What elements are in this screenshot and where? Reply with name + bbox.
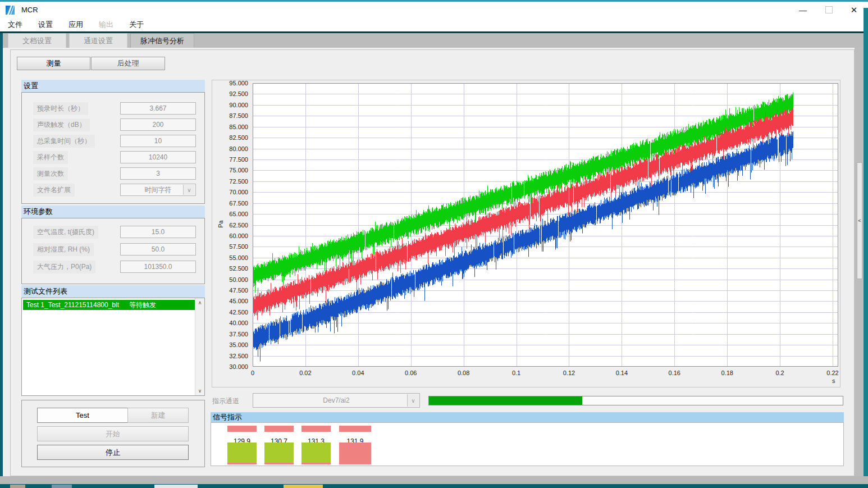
signal-top-bar — [227, 426, 257, 432]
y-tick-label: 75.000 — [216, 167, 248, 174]
tab-脉冲信号分析[interactable]: 脉冲信号分析 — [130, 33, 194, 48]
y-tick-label: 65.000 — [216, 211, 248, 217]
field-row: 采样个数 — [33, 151, 68, 163]
desktop-right-edge — [864, 8, 868, 484]
field-row: 相对湿度, RH (%) — [33, 243, 94, 256]
field-label: 采样个数 — [33, 151, 68, 164]
y-tick-label: 87.500 — [216, 112, 248, 119]
y-tick-label: 77.500 — [216, 156, 248, 163]
y-tick-label: 95.000 — [216, 80, 248, 86]
indicator-channel-label: 指示通道 — [212, 396, 239, 406]
menu-item-设置[interactable]: 设置 — [30, 18, 61, 31]
progress-fill — [429, 396, 582, 405]
signal-level-block-green — [227, 443, 257, 464]
file-list-scrollbar[interactable]: ∧ ∨ — [195, 298, 204, 395]
field-row: 预录时长（秒） — [33, 102, 88, 115]
taskbar-icon — [284, 485, 323, 488]
tab-通道设置[interactable]: 通道设置 — [69, 33, 127, 48]
field-input-1[interactable]: 3.667 — [120, 102, 196, 115]
new-button[interactable]: 新建 — [127, 408, 189, 423]
scroll-up-icon[interactable]: ∧ — [195, 298, 204, 307]
signal-level-block-green — [301, 443, 331, 464]
field-input-3[interactable]: 101350.0 — [120, 261, 196, 273]
field-label: 相对湿度, RH (%) — [33, 243, 94, 256]
field-label: 大气压力，P0(Pa) — [33, 261, 95, 273]
x-tick-label: 0.18 — [721, 370, 733, 376]
field-input-6[interactable]: 时间字符∨ — [120, 184, 196, 196]
maximize-button[interactable] — [817, 2, 840, 18]
test-name-field[interactable]: Test — [37, 408, 128, 423]
chevron-down-icon: ∨ — [407, 394, 419, 407]
x-tick-label: 0.04 — [352, 370, 364, 376]
y-tick-label: 35.000 — [216, 341, 248, 348]
tab-post-process[interactable]: 后处理 — [91, 57, 165, 70]
y-tick-label: 32.500 — [216, 353, 248, 359]
minimize-button[interactable]: — — [792, 2, 814, 18]
collapse-panel-handle[interactable]: < — [857, 162, 862, 279]
y-tick-label: 40.000 — [216, 320, 248, 326]
y-tick-label: 50.000 — [216, 276, 248, 283]
field-input-4[interactable]: 10240 — [120, 151, 196, 163]
y-tick-label: 42.500 — [216, 309, 248, 316]
menu-item-应用[interactable]: 应用 — [61, 18, 91, 31]
x-tick-label: 0.1 — [512, 370, 520, 376]
desktop-left-edge — [0, 33, 3, 484]
tab-strip: 文档设置通道设置脉冲信号分析 — [0, 33, 868, 48]
tab-measure[interactable]: 测量 — [17, 57, 90, 70]
x-tick-label: 0.02 — [299, 370, 311, 376]
file-list-item[interactable]: Test 1_Test_211215114800_blt等待触发 — [23, 300, 195, 310]
environment-group-header: 环境参数 — [21, 206, 205, 218]
x-tick-label: 0.14 — [616, 370, 628, 376]
taskbar-icon — [10, 485, 25, 488]
scroll-down-icon[interactable]: ∨ — [195, 386, 204, 395]
signal-block-strip — [227, 463, 257, 464]
window-title: MCR — [21, 6, 38, 14]
field-input-3[interactable]: 10 — [120, 135, 196, 147]
tab-文档设置[interactable]: 文档设置 — [8, 33, 66, 48]
x-tick-label: 0.16 — [669, 370, 680, 376]
signal-top-bar — [264, 426, 294, 432]
indicator-channel-select[interactable]: Dev7/ai2 ∨ — [253, 393, 420, 408]
y-tick-label: 62.500 — [216, 222, 248, 229]
y-tick-label: 52.500 — [216, 265, 248, 272]
field-input-2[interactable]: 200 — [120, 118, 196, 131]
y-tick-label: 30.000 — [216, 363, 248, 370]
maximize-icon — [825, 6, 833, 13]
x-tick-label: 0 — [251, 370, 254, 376]
field-input-2[interactable]: 50.0 — [120, 243, 196, 256]
field-row: 声级触发（dB） — [33, 118, 90, 131]
y-tick-label: 57.500 — [216, 243, 248, 250]
field-label: 文件名扩展 — [33, 184, 75, 197]
taskbar-icon — [154, 485, 198, 488]
application-window: MCR — ✕ 文件设置应用输出关于 文档设置通道设置脉冲信号分析 测量 后处理… — [0, 0, 868, 488]
field-label: 空气温度, t(摄氏度) — [33, 226, 98, 239]
indicator-channel-value: Dev7/ai2 — [323, 396, 349, 404]
test-file-list[interactable]: ∧ ∨ Test 1_Test_211215114800_blt等待触发 — [21, 298, 205, 396]
signal-top-bar — [339, 426, 371, 432]
stop-button[interactable]: 停止 — [37, 445, 189, 460]
field-input-5[interactable]: 3 — [120, 167, 196, 180]
y-tick-label: 45.000 — [216, 298, 248, 304]
environment-group: 空气温度, t(摄氏度)15.0相对湿度, RH (%)50.0大气压力，P0(… — [21, 218, 205, 284]
menu-item-输出[interactable]: 输出 — [91, 18, 121, 31]
field-input-1[interactable]: 15.0 — [120, 226, 196, 238]
chevron-down-icon[interactable]: ∨ — [183, 185, 195, 195]
field-row: 测量次数 — [33, 167, 68, 180]
y-tick-label: 92.500 — [216, 90, 248, 97]
settings-group-header: 设置 — [21, 80, 205, 92]
x-tick-label: 0.06 — [405, 370, 417, 376]
y-tick-label: 80.000 — [216, 145, 248, 152]
menu-item-文件[interactable]: 文件 — [0, 18, 30, 31]
desktop-bottom-edge — [0, 484, 868, 488]
menu-item-关于[interactable]: 关于 — [121, 18, 152, 31]
title-bar: MCR — [0, 2, 868, 18]
start-button[interactable]: 开始 — [37, 426, 189, 441]
y-tick-label: 67.500 — [216, 200, 248, 207]
y-tick-label: 55.000 — [216, 254, 248, 261]
field-label: 声级触发（dB） — [33, 118, 90, 131]
close-button[interactable]: ✕ — [843, 2, 865, 18]
field-label: 总采集时间（秒） — [33, 135, 95, 148]
signal-level-block-red — [339, 443, 371, 464]
y-tick-label: 47.500 — [216, 287, 248, 294]
settings-group: 预录时长（秒）3.667声级触发（dB）200总采集时间（秒）10采样个数102… — [21, 92, 205, 204]
